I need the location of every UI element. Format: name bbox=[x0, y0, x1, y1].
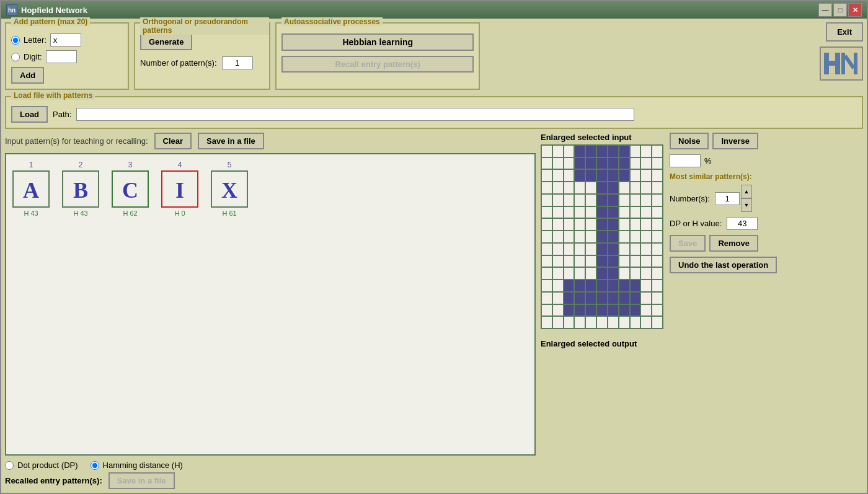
grid-cell[interactable] bbox=[574, 316, 585, 329]
grid-cell[interactable] bbox=[640, 182, 652, 194]
grid-cell[interactable] bbox=[596, 304, 608, 317]
grid-cell[interactable] bbox=[630, 292, 641, 304]
grid-cell[interactable] bbox=[652, 267, 663, 280]
grid-cell[interactable] bbox=[608, 182, 619, 194]
grid-cell[interactable] bbox=[564, 182, 575, 194]
grid-cell[interactable] bbox=[608, 280, 619, 292]
grid-cell[interactable] bbox=[585, 182, 596, 194]
grid-cell[interactable] bbox=[596, 231, 608, 243]
grid-cell[interactable] bbox=[619, 267, 630, 280]
grid-cell[interactable] bbox=[640, 218, 652, 231]
grid-cell[interactable] bbox=[596, 194, 608, 206]
percent-input[interactable] bbox=[670, 154, 701, 167]
grid-cell[interactable] bbox=[596, 243, 608, 255]
grid-cell[interactable] bbox=[574, 182, 585, 194]
grid-cell[interactable] bbox=[596, 218, 608, 231]
dot-product-radio[interactable] bbox=[5, 461, 14, 470]
grid-cell[interactable] bbox=[564, 194, 575, 206]
grid-cell[interactable] bbox=[541, 218, 552, 231]
grid-cell[interactable] bbox=[552, 145, 564, 157]
digit-input[interactable] bbox=[46, 50, 77, 63]
grid-cell[interactable] bbox=[652, 194, 663, 206]
grid-cell[interactable] bbox=[541, 231, 552, 243]
load-button[interactable]: Load bbox=[11, 106, 48, 123]
grid-cell[interactable] bbox=[608, 145, 619, 157]
grid-cell[interactable] bbox=[541, 292, 552, 304]
grid-cell[interactable] bbox=[564, 304, 575, 317]
grid-cell[interactable] bbox=[574, 157, 585, 170]
grid-cell[interactable] bbox=[596, 145, 608, 157]
maximize-button[interactable]: □ bbox=[833, 3, 847, 17]
grid-cell[interactable] bbox=[552, 243, 564, 255]
grid-cell[interactable] bbox=[596, 267, 608, 280]
grid-cell[interactable] bbox=[564, 255, 575, 268]
grid-cell[interactable] bbox=[652, 255, 663, 268]
pattern-item-1[interactable]: 1 A H 43 bbox=[12, 161, 50, 217]
grid-cell[interactable] bbox=[630, 243, 641, 255]
grid-cell[interactable] bbox=[640, 304, 652, 317]
grid-cell[interactable] bbox=[608, 255, 619, 268]
grid-cell[interactable] bbox=[541, 255, 552, 268]
dp-h-value[interactable] bbox=[727, 217, 758, 230]
grid-cell[interactable] bbox=[652, 316, 663, 329]
grid-cell[interactable] bbox=[619, 157, 630, 170]
grid-cell[interactable] bbox=[564, 218, 575, 231]
recall-button[interactable]: Recall entry pattern(s) bbox=[281, 56, 474, 73]
grid-cell[interactable] bbox=[552, 231, 564, 243]
grid-cell[interactable] bbox=[640, 145, 652, 157]
grid-cell[interactable] bbox=[640, 169, 652, 182]
grid-cell[interactable] bbox=[541, 206, 552, 219]
grid-cell[interactable] bbox=[608, 206, 619, 219]
remove-button[interactable]: Remove bbox=[709, 235, 758, 252]
grid-cell[interactable] bbox=[564, 267, 575, 280]
numbers-up-button[interactable]: ▲ bbox=[741, 185, 752, 198]
grid-cell[interactable] bbox=[619, 194, 630, 206]
grid-cell[interactable] bbox=[574, 218, 585, 231]
grid-cell[interactable] bbox=[585, 157, 596, 170]
grid-cell[interactable] bbox=[608, 157, 619, 170]
grid-cell[interactable] bbox=[564, 231, 575, 243]
grid-cell[interactable] bbox=[552, 316, 564, 329]
digit-radio[interactable] bbox=[11, 53, 20, 61]
grid-cell[interactable] bbox=[640, 194, 652, 206]
grid-cell[interactable] bbox=[541, 243, 552, 255]
grid-cell[interactable] bbox=[552, 267, 564, 280]
grid-cell[interactable] bbox=[630, 182, 641, 194]
grid-cell[interactable] bbox=[541, 169, 552, 182]
grid-cell[interactable] bbox=[619, 218, 630, 231]
grid-cell[interactable] bbox=[564, 157, 575, 170]
grid-cell[interactable] bbox=[652, 280, 663, 292]
grid-cell[interactable] bbox=[652, 206, 663, 219]
grid-cell[interactable] bbox=[585, 280, 596, 292]
grid-cell[interactable] bbox=[552, 292, 564, 304]
grid-cell[interactable] bbox=[552, 304, 564, 317]
grid-cell[interactable] bbox=[596, 206, 608, 219]
grid-cell[interactable] bbox=[574, 292, 585, 304]
grid-cell[interactable] bbox=[619, 169, 630, 182]
grid-cell[interactable] bbox=[552, 206, 564, 219]
grid-cell[interactable] bbox=[630, 316, 641, 329]
grid-cell[interactable] bbox=[552, 157, 564, 170]
grid-cell[interactable] bbox=[585, 243, 596, 255]
grid-cell[interactable] bbox=[608, 267, 619, 280]
grid-cell[interactable] bbox=[585, 316, 596, 329]
grid-cell[interactable] bbox=[574, 169, 585, 182]
letter-input[interactable] bbox=[50, 33, 81, 46]
grid-cell[interactable] bbox=[619, 231, 630, 243]
grid-cell[interactable] bbox=[608, 169, 619, 182]
grid-cell[interactable] bbox=[652, 218, 663, 231]
grid-cell[interactable] bbox=[630, 145, 641, 157]
letter-radio[interactable] bbox=[11, 36, 20, 45]
grid-cell[interactable] bbox=[585, 194, 596, 206]
grid-cell[interactable] bbox=[564, 316, 575, 329]
grid-cell[interactable] bbox=[541, 157, 552, 170]
pattern-item-3[interactable]: 3 C H 62 bbox=[112, 161, 149, 217]
grid-cell[interactable] bbox=[619, 182, 630, 194]
pattern-item-2[interactable]: 2 B H 43 bbox=[62, 161, 99, 217]
numbers-down-button[interactable]: ▼ bbox=[741, 198, 752, 212]
hebbian-button[interactable]: Hebbian learning bbox=[281, 33, 474, 51]
grid-cell[interactable] bbox=[596, 292, 608, 304]
grid-cell[interactable] bbox=[552, 280, 564, 292]
grid-cell[interactable] bbox=[608, 243, 619, 255]
grid-cell[interactable] bbox=[552, 182, 564, 194]
